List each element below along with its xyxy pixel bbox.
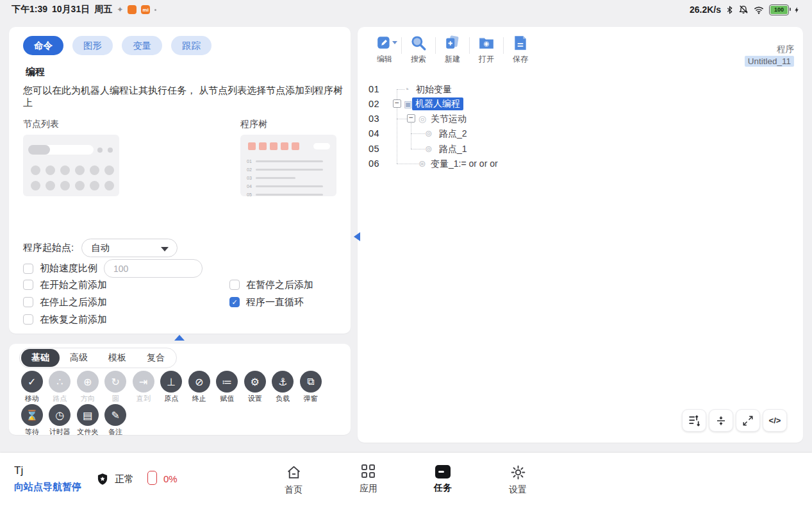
- clock-date: 10月31日: [52, 4, 90, 15]
- tab-composite[interactable]: 复合: [137, 349, 175, 367]
- placeholder-node-grid: [31, 165, 114, 190]
- node-terminate[interactable]: ⊘终止: [185, 371, 213, 403]
- tree-row[interactable]: 06 ⊛ 变量_1:= or or or: [369, 157, 644, 171]
- code-view-button[interactable]: </>: [763, 409, 787, 432]
- node-move[interactable]: ✓移动: [18, 371, 46, 403]
- nav-settings[interactable]: 设置: [492, 464, 543, 496]
- node-circle: ↻圆: [102, 371, 130, 403]
- expand-all-button[interactable]: [736, 409, 760, 432]
- node-assign[interactable]: ≔赋值: [213, 371, 242, 403]
- tree-row[interactable]: 01 ◔ 初始变量: [369, 82, 644, 97]
- robot-name: Tj: [14, 464, 23, 477]
- palette-row-1: ✓移动 ∴路点 ⊕方向 ↻圆 ⇥直到 ⊥原点 ⊘终止 ≔赋值 ⚙设置 ⚓负载 ⧉…: [18, 371, 325, 403]
- code-icon: </>: [769, 416, 781, 425]
- option-label: 程序一直循环: [246, 296, 304, 309]
- program-options: 在开始之前添加 在暂停之后添加 在停止之后添加 程序一直循环 在恢复之前添加: [23, 280, 313, 325]
- initial-speed-checkbox[interactable]: [23, 264, 33, 274]
- collapse-node-toggle[interactable]: [407, 114, 415, 123]
- app-notification-icon: [128, 5, 137, 14]
- add-after-pause-checkbox[interactable]: [229, 280, 240, 290]
- circle-icon: ↻: [104, 371, 126, 393]
- add-before-resume-checkbox[interactable]: [23, 314, 33, 325]
- program-name-chip[interactable]: Untitled_11: [745, 56, 794, 67]
- collapse-node-toggle[interactable]: [393, 99, 401, 108]
- search-icon: [410, 35, 427, 51]
- loop-forever-checkbox[interactable]: [229, 297, 240, 307]
- save-button[interactable]: 保存: [504, 35, 537, 65]
- node-note[interactable]: ✎备注: [102, 404, 130, 437]
- init-variable-icon: ◔: [404, 85, 409, 94]
- program-tree-label: 程序树: [240, 119, 267, 130]
- reorder-icon: [688, 414, 700, 427]
- nav-home[interactable]: 首页: [268, 464, 319, 496]
- initial-speed-input[interactable]: [104, 259, 203, 278]
- add-after-stop-checkbox[interactable]: [23, 297, 33, 307]
- node-payload[interactable]: ⚓负载: [269, 371, 297, 403]
- settings-icon: ⚙: [244, 371, 266, 393]
- charging-bolt-icon: [793, 5, 800, 15]
- tree-node-label[interactable]: 关节运动: [431, 114, 467, 125]
- add-before-start-checkbox[interactable]: [23, 280, 33, 290]
- tab-basic[interactable]: 基础: [21, 349, 60, 367]
- collapse-sidebar-handle[interactable]: [354, 232, 360, 241]
- gear-icon: [510, 464, 526, 480]
- tree-row[interactable]: 02 ▣ 机器人编程: [369, 97, 644, 112]
- ph-line-num: 05: [247, 192, 252, 197]
- tree-node-label[interactable]: 路点_2: [439, 128, 467, 140]
- clock-time: 下午1:39: [12, 4, 47, 15]
- tab-advanced[interactable]: 高级: [60, 349, 98, 367]
- tree-node-label[interactable]: 初始变量: [416, 84, 452, 96]
- node-folder[interactable]: ▤文件夹: [74, 404, 102, 437]
- tree-view-controls: </>: [682, 409, 787, 432]
- terminate-icon: ⊘: [188, 371, 210, 393]
- program-label: 程序: [777, 44, 794, 55]
- variable-node-icon: ⊛: [418, 159, 426, 169]
- nav-apps[interactable]: 应用: [343, 464, 394, 495]
- tree-row[interactable]: 05 ⊚ 路点_1: [369, 142, 644, 157]
- option-label: 在暂停之后添加: [246, 279, 313, 291]
- open-button[interactable]: 打开: [470, 35, 503, 65]
- start-point-select[interactable]: 自动: [81, 239, 178, 257]
- placeholder-dot: [108, 148, 113, 153]
- assign-icon: ≔: [216, 371, 238, 393]
- tree-node-label[interactable]: 变量_1:= or or or: [431, 158, 498, 170]
- collapse-panel-handle[interactable]: [174, 335, 185, 341]
- navigation-status-link[interactable]: 向站点导航暂停: [14, 481, 81, 493]
- timer-icon: ◷: [49, 404, 70, 426]
- tab-track[interactable]: 跟踪: [171, 36, 211, 55]
- node-list-placeholder: [23, 135, 119, 196]
- waypoint-node-icon: ⊚: [425, 129, 433, 139]
- tab-template[interactable]: 模板: [98, 349, 137, 367]
- ph-line-num: 03: [247, 176, 252, 180]
- new-file-button[interactable]: 新建: [436, 35, 469, 65]
- direction-icon: ⊕: [77, 371, 99, 393]
- ph-line-num: 02: [247, 167, 252, 172]
- node-direction: ⊕方向: [74, 371, 102, 403]
- move-icon: ✓: [21, 371, 43, 393]
- safety-label: 正常: [115, 473, 134, 486]
- tree-node-label-selected[interactable]: 机器人编程: [412, 97, 463, 110]
- page-title: 编程: [26, 66, 45, 78]
- tab-variable[interactable]: 变量: [122, 36, 162, 55]
- node-settings[interactable]: ⚙设置: [241, 371, 269, 403]
- node-timer[interactable]: ◷计时器: [46, 404, 74, 437]
- bluetooth-icon: [725, 5, 734, 15]
- search-button[interactable]: 搜索: [402, 35, 435, 65]
- line-number: 02: [369, 99, 379, 109]
- collapse-all-button[interactable]: [709, 409, 733, 432]
- node-wait[interactable]: ⌛等待: [18, 404, 46, 437]
- edit-button[interactable]: 编辑: [368, 35, 401, 65]
- nav-tasks[interactable]: 任务: [417, 464, 468, 494]
- node-popup[interactable]: ⧉弹窗: [297, 371, 325, 403]
- editor-toolbar: 编辑 搜索 新建 打开 保存: [368, 35, 537, 65]
- battery-level: 100: [770, 6, 788, 14]
- tree-node-label[interactable]: 路点_1: [439, 144, 467, 155]
- option-label: 在恢复之前添加: [40, 314, 107, 326]
- reorder-button[interactable]: [682, 409, 706, 432]
- node-origin[interactable]: ⊥原点: [158, 371, 186, 403]
- tab-command[interactable]: 命令: [23, 36, 63, 55]
- mi-app-icon: mi: [141, 5, 150, 14]
- tab-graphic[interactable]: 图形: [72, 36, 113, 55]
- initial-speed-label: 初始速度比例: [40, 262, 97, 275]
- tree-row[interactable]: 04 ⊚ 路点_2: [369, 126, 644, 141]
